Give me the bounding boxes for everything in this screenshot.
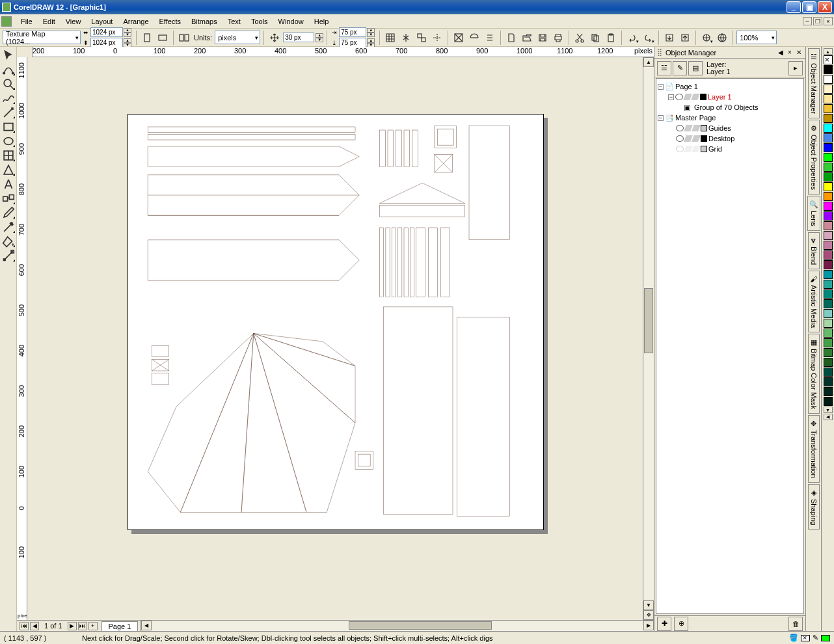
tree-layer-node[interactable]: − Layer 1 [658,92,802,102]
ruler-vertical[interactable]: 1100 1000 900 800 700 600 500 400 300 20… [17,57,27,620]
collapse-icon[interactable]: − [658,84,664,90]
add-page-button[interactable]: + [88,622,98,630]
portrait-button[interactable] [140,31,154,45]
scroll-thumb-horizontal[interactable] [349,621,492,630]
dupx-spin-up[interactable]: ▲ [367,28,375,33]
color-swatch[interactable] [824,114,833,123]
open-button[interactable] [520,31,534,45]
scrollbar-horizontal[interactable] [152,621,643,631]
facing-pages-button[interactable] [177,31,191,45]
first-page-button[interactable]: ⏮ [20,622,29,630]
drawing-objects[interactable] [128,114,544,530]
visibility-icon[interactable] [675,94,683,100]
nudge-input[interactable] [283,33,314,42]
palette-scroll-up[interactable]: ▲ [824,48,833,55]
snap-to-guidelines-button[interactable] [399,31,413,45]
color-swatch[interactable] [824,260,833,269]
tab-blend[interactable]: ⛛Blend [808,232,820,269]
tab-bitmap-color-mask[interactable]: ▦Bitmap Color Mask [808,334,820,414]
snap-to-grid-button[interactable] [383,31,397,45]
palette-flyout-button[interactable]: ◀ [824,414,833,420]
basic-shapes-tool[interactable] [1,163,16,177]
mdi-minimize-button[interactable]: – [803,17,812,25]
color-swatch[interactable] [824,387,833,396]
layer-color-swatch[interactable] [701,125,707,131]
menu-effects[interactable]: Effects [154,16,186,27]
color-swatch[interactable] [824,124,833,133]
tree-desktop-node[interactable]: Desktop [658,133,802,144]
color-swatch[interactable] [824,143,833,152]
docker-menu-button[interactable]: × [786,49,794,57]
menu-text[interactable]: Text [222,16,246,27]
color-swatch[interactable] [824,368,833,377]
tab-object-properties[interactable]: ⚙Object Properties [808,120,820,195]
dupy-spin-up[interactable]: ▲ [367,38,375,43]
layer-manager-view-button[interactable]: ▤ [688,61,703,75]
cut-button[interactable] [572,31,587,45]
outline-swatch-none[interactable] [801,635,810,641]
color-swatch[interactable] [824,182,833,191]
scrollbar-vertical[interactable]: ▲ ▼ ✥ [643,57,654,620]
color-swatch[interactable] [824,377,833,386]
editable-icon[interactable] [692,135,701,142]
menu-window[interactable]: Window [273,16,309,27]
nudge-spin-up[interactable]: ▲ [316,33,323,38]
save-button[interactable] [535,31,550,45]
close-button[interactable]: X [818,1,832,13]
color-swatch[interactable] [824,299,833,308]
docker-collapse-button[interactable]: ◀ [777,49,785,57]
collapse-icon[interactable]: − [658,115,664,121]
prev-page-button[interactable]: ◀ [30,622,39,630]
page-preset-dropdown[interactable]: Texture Map (1024... [3,31,81,44]
scroll-down-button[interactable]: ▼ [643,600,654,610]
color-swatch[interactable] [824,172,833,181]
editable-icon[interactable] [691,94,700,100]
interactive-fill-tool[interactable] [1,248,16,263]
editable-icon[interactable] [692,125,701,131]
color-swatch[interactable] [824,75,833,84]
outline-tool[interactable] [1,220,16,234]
menu-layout[interactable]: Layout [86,16,118,27]
scroll-left-button[interactable]: ◀ [141,621,152,630]
zoom-tool[interactable] [1,77,16,91]
maximize-button[interactable]: ▣ [802,1,816,13]
dynamic-guides-button[interactable] [430,31,444,45]
color-swatch[interactable] [824,202,833,211]
menu-tools[interactable]: Tools [246,16,273,27]
editable-icon[interactable] [692,146,701,152]
color-swatch[interactable] [824,348,833,357]
color-swatch[interactable] [824,309,833,318]
color-swatch[interactable] [824,280,833,289]
dupx-spin-down[interactable]: ▼ [367,33,375,37]
new-master-layer-button[interactable]: ⊕ [674,617,688,631]
canvas-viewport[interactable] [27,57,643,620]
new-layer-button[interactable]: ✚ [657,617,671,631]
color-swatch[interactable] [824,231,833,240]
tree-guides-node[interactable]: Guides [658,123,802,133]
color-swatch[interactable] [824,289,833,299]
navigator-button[interactable]: ✥ [643,610,654,620]
color-swatch[interactable] [824,104,833,113]
shape-tool[interactable] [1,62,16,77]
export-button[interactable] [678,31,692,45]
smart-drawing-tool[interactable] [1,105,16,120]
tab-artistic-media[interactable]: 🖌Artistic Media [808,271,820,332]
menu-bitmaps[interactable]: Bitmaps [186,16,222,27]
show-properties-button[interactable]: ☱ [657,61,671,75]
fill-tool[interactable] [1,234,16,248]
visibility-icon[interactable] [676,125,684,131]
tree-group-node[interactable]: ▣ Group of 70 Objects [658,102,802,113]
color-swatch[interactable] [824,270,833,279]
minimize-button[interactable]: _ [787,1,801,13]
visibility-icon[interactable] [676,135,684,142]
color-swatch[interactable] [824,250,833,260]
rectangle-tool[interactable] [1,120,16,134]
color-swatch[interactable] [824,221,833,230]
print-button[interactable] [551,31,565,45]
color-swatch[interactable] [824,319,833,328]
tree-page-node[interactable]: − 📄 Page 1 [658,81,802,92]
ellipse-tool[interactable] [1,134,16,148]
edit-across-layers-button[interactable]: ✎ [673,61,687,75]
layer-color-swatch[interactable] [701,146,707,152]
mdi-close-button[interactable]: × [824,17,833,25]
